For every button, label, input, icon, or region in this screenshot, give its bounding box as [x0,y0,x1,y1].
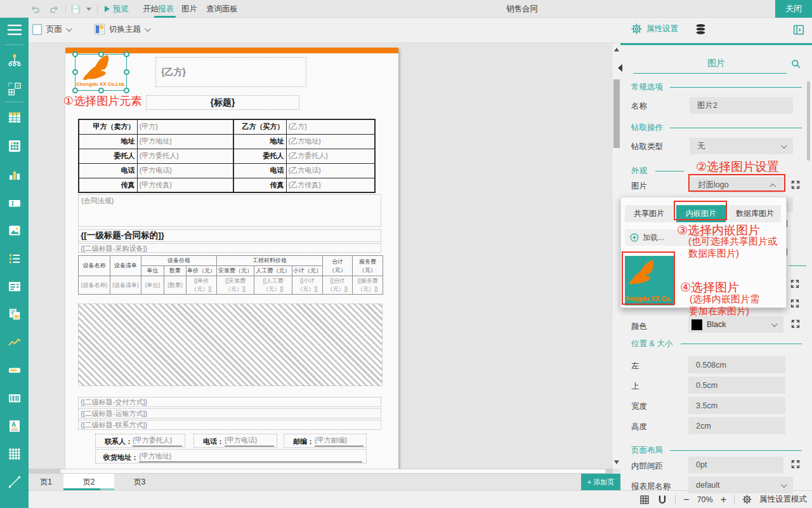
h1-placeholder[interactable]: {[一级标题-合同标的]} [78,229,381,242]
search-button[interactable] [791,59,801,70]
menu-button[interactable] [0,19,29,41]
sidebar-item-matrix[interactable] [0,135,29,157]
h2-transport-placeholder[interactable]: {[二级标题-运输方式]} [78,408,381,418]
sidebar-item-chart[interactable] [0,164,29,185]
save-icon[interactable] [71,0,81,18]
close-button[interactable]: 关闭 [775,0,812,18]
company-logo-image[interactable] [76,55,127,81]
tab-image[interactable]: 图片 [181,0,197,18]
selection-handle[interactable] [72,69,78,75]
contact-name-field[interactable]: 联系人： {甲方委托人} [95,434,185,448]
panel-scrollbar[interactable] [807,81,810,161]
zoom-in-button[interactable]: + [721,494,726,505]
grid-toggle-button[interactable] [639,495,650,505]
contact-name-value[interactable]: {甲方委托人} [133,436,182,446]
scroll-up-icon[interactable] [614,48,619,51]
h2-placeholder[interactable]: {[二级标题-采购设备]} [78,243,381,253]
canvas-horizontal-scrollbar[interactable] [29,469,613,474]
sidebar-item-card[interactable] [0,276,29,297]
tab-start[interactable]: 开始 [143,0,159,18]
sidebar-item-progress[interactable] [0,359,29,381]
selection-handle[interactable] [124,51,129,57]
page-top-band[interactable] [65,48,398,53]
section-appearance: 外观 [631,166,647,177]
sidebar-item-table[interactable] [0,107,29,128]
preview-button[interactable]: 预览 [105,0,129,18]
save-menu-caret-icon[interactable] [86,0,91,18]
snap-toggle-button[interactable] [657,495,667,505]
tab-database-images[interactable]: 数据库图片 [729,205,781,222]
expand-button[interactable] [791,180,800,189]
shipping-address-value[interactable]: {甲方地址} [139,451,362,462]
zoom-out-button[interactable]: − [683,494,689,505]
sidebar-item-rich-text[interactable] [0,415,29,437]
sidebar-item-sparkline[interactable] [0,331,29,353]
sidebar-item-sub-report[interactable] [0,304,29,325]
height-input[interactable]: 2cm [688,417,785,434]
splitter-collapse-icon[interactable] [618,64,622,72]
selection-handle[interactable] [72,51,78,57]
property-settings-button[interactable]: 属性设置 [631,23,678,34]
shipping-address-field[interactable]: 收货地址： {甲方地址} [95,449,367,464]
sidebar-item-text-box[interactable] [0,192,29,214]
page-dropdown[interactable]: 页面 [32,23,70,36]
page-tab-3[interactable]: 页3 [114,474,165,490]
mode-gear-button[interactable] [742,495,752,504]
selection-handle[interactable] [124,88,129,93]
add-page-button[interactable]: + 添加页 [581,474,620,490]
selection-handle[interactable] [72,88,78,93]
sidebar-item-pivot-grid[interactable] [0,443,29,465]
redo-icon[interactable] [49,0,59,18]
layer-name-select[interactable]: default [688,477,793,493]
expand-button[interactable] [790,299,799,308]
page-tab-2[interactable]: 页2 [63,474,114,490]
selection-handle[interactable] [98,88,104,93]
contact-phone-value[interactable]: {甲方电话} [225,436,274,446]
top-input[interactable]: 0.5cm [688,377,785,394]
party-b-placeholder[interactable]: {乙方} [155,57,306,87]
sidebar-item-image[interactable] [0,220,29,241]
scrollbar-thumb[interactable] [613,79,620,148]
contact-zip-value[interactable]: {甲方邮编} [315,436,363,446]
data-band-region[interactable] [78,304,383,386]
contact-phone-field[interactable]: 电话： {甲方电话} [193,434,277,448]
sidebar-item-line[interactable] [0,471,29,493]
undo-icon[interactable] [30,0,40,18]
scroll-down-icon[interactable] [614,460,619,464]
name-input[interactable]: 图片2 [690,97,793,114]
title-placeholder[interactable]: {标题} [146,95,299,110]
color-select[interactable]: Black [688,316,783,333]
report-page[interactable]: Chengdu XX Co.Ltd. {乙方} {标题} 甲方（卖方）{甲方} … [65,48,398,469]
database-icon [695,23,707,36]
contract-law-placeholder[interactable]: {合同法规} [78,194,381,227]
expand-button[interactable] [790,279,799,288]
tab-shared-images[interactable]: 共享图片 [625,205,673,222]
sidebar-item-barcode[interactable] [0,387,29,409]
h2-contact-placeholder[interactable]: {[二级标题-联系方式]} [78,420,381,430]
sidebar-item-layout[interactable] [0,78,29,100]
sidebar-item-list[interactable] [0,248,29,269]
sidebar-item-org-chart[interactable] [0,50,29,71]
data-dictionary-button[interactable] [695,23,707,38]
tab-query-panel[interactable]: 查询面板 [206,0,238,18]
contract-info-table[interactable]: 甲方（卖方）{甲方} 乙方（买方）{乙方} 地址{甲方地址} 地址{乙方地址} … [78,119,376,193]
expand-button[interactable] [791,460,800,469]
device-price-table[interactable]: 设备名称 设备清单 设备价格 工程材料价格 合计（元） 服务费（元） 单位 数量… [78,255,383,295]
scrollbar-thumb[interactable] [60,469,606,473]
page-tab-1[interactable]: 页1 [29,474,63,490]
tab-report[interactable]: 报表 [158,0,174,18]
canvas-vertical-scrollbar[interactable] [613,43,620,469]
selection-handle[interactable] [98,51,104,57]
expand-button[interactable] [791,319,800,328]
logo-selection-frame[interactable]: Chengdu XX Co.Ltd. [75,54,127,91]
width-input[interactable]: 3.5cm [688,397,785,414]
contact-zip-field[interactable]: 邮编： {甲方邮编} [284,434,367,448]
selection-handle[interactable] [124,69,129,75]
h2-delivery-placeholder[interactable]: {[二级标题-交付方式]} [78,397,381,407]
switch-theme-dropdown[interactable]: 切换主题 [94,23,149,35]
padding-input[interactable]: 0pt [688,457,783,473]
table-row: 电话{甲方电话} 电话{乙方电话} [79,163,375,178]
drill-type-select[interactable]: 无 [690,138,793,154]
left-input[interactable]: 0.508cm [688,356,785,373]
collapse-panel-button[interactable] [793,24,804,37]
